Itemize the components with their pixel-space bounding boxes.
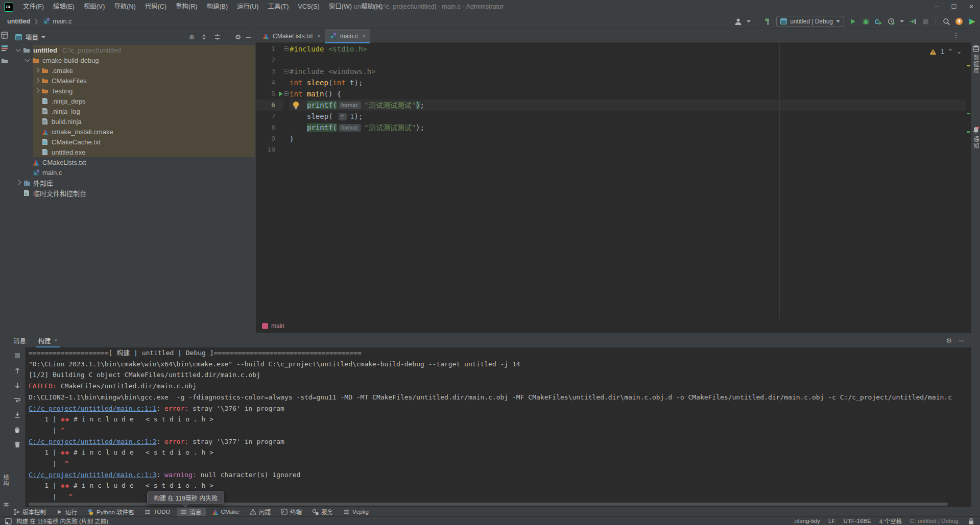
tree-item-CMakeLists.txt[interactable]: CMakeLists.txt bbox=[9, 157, 255, 167]
gutter-line-10[interactable]: 10 bbox=[256, 144, 283, 156]
profiler-dropdown-caret-icon[interactable] bbox=[900, 20, 904, 22]
gutter-line-1[interactable]: 1 bbox=[256, 43, 283, 55]
tree-item--[interactable]: 外部库 bbox=[9, 178, 255, 188]
tree-item-Testing[interactable]: Testing bbox=[9, 86, 255, 96]
code-area[interactable]: #include <stdio.h>#include <windows.h>in… bbox=[290, 43, 966, 319]
highlighting-level-lock-icon[interactable] bbox=[967, 517, 975, 525]
structure-toolwindow-button[interactable]: 结构 bbox=[2, 474, 10, 487]
file-link[interactable]: C:/c_project/untitled/main.c:1:3 bbox=[29, 471, 156, 479]
tree-chevron-icon[interactable] bbox=[34, 68, 39, 73]
tree-item-untitled[interactable]: untitledC:\c_project\untitled bbox=[9, 45, 255, 55]
menu-重构[interactable]: 重构(R) bbox=[171, 0, 202, 14]
toolwindow-button-Python 软件包[interactable]: Python 软件包 bbox=[83, 508, 138, 516]
tree-item-.ninja_log[interactable]: .ninja_log bbox=[9, 106, 255, 116]
expand-selection-icon[interactable] bbox=[213, 33, 221, 41]
user-dropdown-caret-icon[interactable] bbox=[747, 20, 751, 22]
code-line-9[interactable]: } bbox=[290, 133, 966, 144]
build-hammer-icon[interactable] bbox=[763, 17, 772, 26]
stop-icon[interactable] bbox=[13, 352, 21, 360]
project-toolwindow-icon[interactable] bbox=[1, 31, 9, 39]
toolwindow-button-Vcpkg[interactable]: Vcpkg bbox=[339, 508, 373, 516]
menu-代码[interactable]: 代码(C) bbox=[140, 0, 171, 14]
database-toolwindow-button[interactable]: 数据库 bbox=[971, 44, 980, 74]
next-problem-icon[interactable]: ⌄ bbox=[957, 48, 962, 55]
tree-item-main.c[interactable]: cmain.c bbox=[9, 167, 255, 178]
close-window-button[interactable]: ✕ bbox=[963, 0, 980, 14]
toolwindow-button-终端[interactable]: 终端 bbox=[277, 508, 306, 516]
run-button-icon[interactable] bbox=[849, 17, 857, 26]
project-panel-title[interactable]: 项目 bbox=[26, 32, 38, 42]
tree-item--[interactable]: 临时文件和控制台 bbox=[9, 188, 255, 198]
gutter-line-6[interactable]: 6 bbox=[256, 99, 283, 111]
search-everywhere-icon[interactable] bbox=[942, 17, 950, 26]
panel-settings-gear-icon[interactable]: ⚙ bbox=[235, 34, 241, 40]
error-stripe[interactable] bbox=[966, 43, 971, 319]
attach-process-icon[interactable] bbox=[909, 17, 917, 26]
info-mark[interactable] bbox=[967, 131, 970, 133]
warning-mark[interactable] bbox=[967, 65, 970, 66]
soft-wrap-icon[interactable] bbox=[13, 396, 21, 404]
tree-item-cmake-build-debug[interactable]: cmake-build-debug bbox=[9, 55, 255, 65]
code-line-1[interactable]: #include <stdio.h> bbox=[290, 43, 966, 55]
minimize-panel-icon[interactable]: ─ bbox=[959, 337, 964, 344]
info-mark[interactable] bbox=[967, 113, 970, 114]
breadcrumb-function[interactable]: main bbox=[271, 322, 284, 330]
menu-导航[interactable]: 导航(N) bbox=[109, 0, 140, 14]
tree-item-.cmake[interactable]: .cmake bbox=[9, 65, 255, 76]
tab-options-icon[interactable]: ⋮ bbox=[952, 31, 960, 39]
code-line-5[interactable]: int main() { bbox=[290, 88, 966, 99]
inspections-widget[interactable]: 1 ⌃ ⌄ bbox=[929, 47, 962, 56]
coverage-button-icon[interactable]: C bbox=[874, 17, 882, 26]
status-item[interactable]: .clang-tidy bbox=[794, 518, 820, 524]
clear-all-icon[interactable] bbox=[13, 440, 21, 448]
tree-item-CMakeFiles[interactable]: CMakeFiles bbox=[9, 76, 255, 86]
scroll-to-end-icon[interactable] bbox=[13, 411, 21, 419]
hide-panel-icon[interactable]: ─ bbox=[246, 34, 251, 40]
tree-item-CMakeCache.txt[interactable]: CMakeCache.txt bbox=[9, 137, 255, 147]
project-view-caret-icon[interactable] bbox=[41, 36, 45, 38]
fold-marker-icon[interactable] bbox=[284, 46, 289, 51]
toolwindow-button-CMake[interactable]: CMake bbox=[208, 508, 244, 516]
profiler-button-icon[interactable] bbox=[887, 17, 895, 26]
build-tab[interactable]: 构建 × bbox=[36, 333, 59, 347]
profile-user-icon[interactable] bbox=[734, 17, 742, 26]
print-icon[interactable] bbox=[13, 426, 21, 434]
menu-编辑[interactable]: 编辑(E) bbox=[49, 0, 79, 14]
code-line-6[interactable]: printf(format:"测试测试测试"); bbox=[290, 99, 966, 111]
menu-VCS[interactable]: VCS(S) bbox=[293, 0, 324, 14]
tree-item-cmake_install.cmake[interactable]: cmake_install.cmake bbox=[9, 127, 255, 137]
breadcrumb-project[interactable]: untitled bbox=[7, 18, 30, 25]
tree-item-build.ninja[interactable]: build.ninja bbox=[9, 116, 255, 127]
debug-button-icon[interactable] bbox=[862, 17, 870, 26]
file-link[interactable]: C:/c_project/untitled/main.c:1:2 bbox=[29, 438, 156, 445]
editor-tab-CMakeLists.txt[interactable]: CMakeLists.txt× bbox=[257, 29, 325, 43]
fold-marker-icon[interactable] bbox=[284, 91, 289, 96]
update-available-icon[interactable] bbox=[955, 17, 963, 26]
code-line-7[interactable]: sleep( t:1); bbox=[290, 111, 966, 122]
intention-bulb-icon[interactable] bbox=[293, 102, 299, 108]
gutter-line-3[interactable]: 3 bbox=[256, 66, 283, 77]
toolwindow-button-版本控制[interactable]: 版本控制 bbox=[9, 508, 50, 516]
locate-file-icon[interactable]: ⊕ bbox=[189, 34, 195, 40]
notifications-toolwindow-button[interactable]: 通知 bbox=[971, 126, 980, 149]
close-tab-icon[interactable]: × bbox=[362, 33, 366, 40]
tree-chevron-icon[interactable] bbox=[25, 58, 30, 63]
maximize-window-button[interactable]: ☐ bbox=[945, 0, 963, 14]
minimize-window-button[interactable]: ─ bbox=[928, 0, 945, 14]
toolwindow-switcher-icon[interactable] bbox=[4, 517, 12, 525]
build-console[interactable]: ====================[ 构建 | untitled | De… bbox=[29, 347, 971, 502]
toolwindow-button-问题[interactable]: 问题 bbox=[246, 508, 275, 516]
menu-构建[interactable]: 构建(B) bbox=[202, 0, 232, 14]
gutter-line-9[interactable]: 9 bbox=[256, 133, 283, 144]
menu-文件[interactable]: 文件(F) bbox=[18, 0, 49, 14]
run-configuration-select[interactable]: untitled | Debug bbox=[776, 16, 844, 27]
status-item[interactable]: 4 个空格 bbox=[879, 517, 902, 525]
code-line-10[interactable] bbox=[290, 144, 966, 156]
ide-promo-icon[interactable] bbox=[968, 17, 976, 26]
toolwindow-button-消息[interactable]: 消息 bbox=[177, 508, 206, 516]
prev-problem-icon[interactable]: ⌃ bbox=[948, 48, 953, 55]
status-item[interactable]: UTF-16BE bbox=[844, 518, 871, 524]
code-line-3[interactable]: #include <windows.h> bbox=[290, 66, 966, 77]
toolwindow-button-运行[interactable]: 运行 bbox=[52, 508, 81, 516]
run-gutter-icon[interactable] bbox=[279, 91, 283, 96]
